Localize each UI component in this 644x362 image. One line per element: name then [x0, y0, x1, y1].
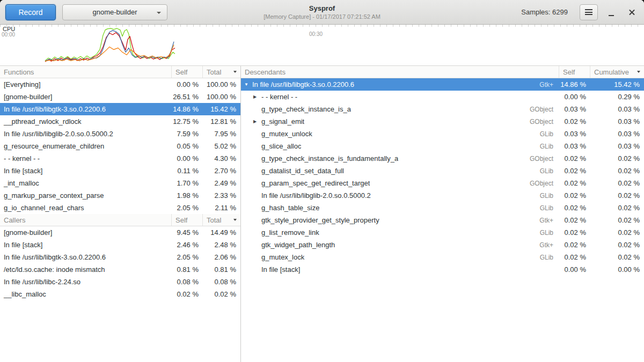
callers-row[interactable]: /etc/ld.so.cache: inode mismatch0.81 %0.…	[0, 263, 240, 276]
library-badge: GLib	[535, 167, 555, 175]
callers-row[interactable]: __libc_malloc0.02 %0.02 %	[0, 288, 240, 300]
library-badge: GLib	[535, 204, 555, 212]
function-name: _int_malloc	[0, 179, 172, 187]
descendants-column-header[interactable]: Descendants	[241, 66, 559, 78]
descendant-name-cell: g_datalist_id_set_data_fullGLib	[241, 167, 559, 175]
descendants-cumulative-column-header[interactable]: Cumulative	[590, 66, 644, 78]
expander-closed-icon[interactable]: ▶	[253, 91, 261, 103]
sort-indicator-icon	[233, 71, 237, 73]
functions-total-label: Total	[207, 68, 221, 76]
callers-row[interactable]: In file /usr/lib/libgtk-3.so.0.2200.62.0…	[0, 251, 240, 263]
expander-open-icon[interactable]: ▼	[244, 78, 252, 91]
functions-row[interactable]: In file [stack]0.11 %2.70 %	[0, 165, 240, 177]
descendants-row[interactable]: In file [stack]0.00 %0.00 %	[241, 263, 644, 276]
function-name: In file /usr/lib/libgtk-3.so.0.2200.6	[252, 80, 354, 88]
function-name: /etc/ld.so.cache: inode mismatch	[0, 265, 172, 274]
record-button[interactable]: Record	[5, 4, 56, 20]
descendants-row[interactable]: g_mutex_lockGLib0.02 %0.02 %	[241, 251, 644, 263]
close-button[interactable]	[625, 5, 639, 20]
functions-row[interactable]: In file /usr/lib/libglib-2.0.so.0.5000.2…	[0, 128, 240, 140]
self-percent: 0.02 %	[559, 117, 590, 125]
function-name: g_io_channel_read_chars	[0, 204, 172, 212]
functions-row[interactable]: [gnome-builder]26.51 %100.00 %	[0, 91, 240, 103]
function-name: In file /usr/lib/libgtk-3.so.0.2200.6	[0, 105, 172, 113]
descendant-name-cell: gtk_style_provider_get_style_propertyGtk…	[241, 216, 559, 224]
self-percent: 1.98 %	[172, 191, 203, 200]
descendants-row[interactable]: g_hash_table_sizeGLib0.02 %0.02 %	[241, 202, 644, 214]
minimize-button[interactable]	[604, 5, 618, 20]
self-percent: 0.02 %	[559, 228, 590, 237]
functions-row[interactable]: - - kernel - -0.00 %4.30 %	[0, 152, 240, 165]
descendants-row[interactable]: ▶- - kernel - -0.00 %0.29 %	[241, 91, 644, 103]
menu-button[interactable]	[580, 4, 598, 20]
callers-total-label: Total	[207, 216, 221, 224]
functions-total-column-header[interactable]: Total	[203, 66, 240, 78]
cumulative-percent: 0.03 %	[590, 142, 644, 150]
descendants-row[interactable]: gtk_style_provider_get_style_propertyGtk…	[241, 214, 644, 226]
function-name: g_markup_parse_context_parse	[0, 191, 172, 200]
descendants-row[interactable]: g_param_spec_get_redirect_targetGObject0…	[241, 177, 644, 189]
sysprof-window: Record gnome-builder Sysprof [Memory Cap…	[0, 0, 644, 362]
descendants-row[interactable]: g_list_remove_linkGLib0.02 %0.02 %	[241, 226, 644, 239]
self-percent: 0.00 %	[559, 93, 590, 101]
expander-closed-icon[interactable]: ▶	[253, 115, 261, 128]
descendants-row[interactable]: g_slice_allocGLib0.03 %0.03 %	[241, 140, 644, 152]
function-name: g_signal_emit	[261, 117, 304, 125]
library-badge: GLib	[535, 143, 555, 150]
descendants-row[interactable]: ▼In file /usr/lib/libgtk-3.so.0.2200.6Gt…	[241, 78, 644, 91]
hamburger-icon	[585, 9, 592, 15]
function-name: In file [stack]	[0, 167, 172, 175]
cumulative-percent: 0.02 %	[590, 167, 644, 175]
self-percent: 0.02 %	[559, 191, 590, 200]
window-title: Sysprof	[264, 4, 380, 13]
descendants-cumulative-label: Cumulative	[594, 68, 629, 76]
descendants-list: ▼In file /usr/lib/libgtk-3.so.0.2200.6Gt…	[241, 78, 644, 276]
callers-total-column-header[interactable]: Total	[203, 214, 240, 226]
functions-row[interactable]: g_resource_enumerate_children0.05 %5.02 …	[0, 140, 240, 152]
functions-row[interactable]: _int_malloc1.70 %2.49 %	[0, 177, 240, 189]
self-percent: 0.08 %	[172, 278, 203, 286]
callers-row[interactable]: In file [stack]2.46 %2.48 %	[0, 239, 240, 251]
descendant-name-cell: ▶- - kernel - -	[241, 91, 559, 103]
descendants-row[interactable]: In file /usr/lib/libglib-2.0.so.0.5000.2…	[241, 189, 644, 202]
descendants-row[interactable]: g_datalist_id_set_data_fullGLib0.02 %0.0…	[241, 165, 644, 177]
cumulative-percent: 0.29 %	[590, 93, 644, 101]
functions-row[interactable]: g_io_channel_read_chars2.05 %2.11 %	[0, 202, 240, 214]
self-percent: 12.75 %	[172, 117, 203, 125]
descendants-row[interactable]: g_type_check_instance_is_aGObject0.03 %0…	[241, 103, 644, 115]
cumulative-percent: 0.02 %	[590, 154, 644, 162]
callers-header: Callers Self Total	[0, 214, 240, 226]
title-box: Sysprof [Memory Capture] - 01/17/2017 07…	[264, 4, 380, 20]
functions-column-header[interactable]: Functions	[0, 66, 172, 78]
functions-row[interactable]: g_markup_parse_context_parse1.98 %2.33 %	[0, 189, 240, 202]
self-percent: 0.11 %	[172, 167, 203, 175]
callers-column-header[interactable]: Callers	[0, 214, 172, 226]
library-badge: Gtk+	[534, 217, 555, 224]
descendant-name-cell: ▶g_signal_emitGObject	[241, 115, 559, 128]
function-name: __libc_malloc	[0, 290, 172, 298]
callers-self-column-header[interactable]: Self	[172, 214, 203, 226]
cumulative-percent: 0.00 %	[590, 265, 644, 274]
cpu-graph[interactable]: CPU 00:00 00:30	[0, 25, 644, 66]
cumulative-percent: 0.02 %	[590, 253, 644, 261]
callers-row[interactable]: In file /usr/lib/libc-2.24.so0.08 %0.08 …	[0, 276, 240, 288]
total-percent: 15.42 %	[203, 105, 240, 113]
descendant-name-cell: g_type_check_instance_is_aGObject	[241, 105, 559, 113]
sort-indicator-icon	[637, 71, 640, 73]
function-name: In file /usr/lib/libc-2.24.so	[0, 278, 172, 286]
functions-row[interactable]: [Everything]0.00 %100.00 %	[0, 78, 240, 91]
functions-row[interactable]: __pthread_rwlock_rdlock12.75 %12.81 %	[0, 115, 240, 128]
library-badge: GObject	[524, 106, 555, 113]
total-percent: 0.81 %	[203, 265, 240, 274]
descendants-row[interactable]: g_mutex_unlockGLib0.03 %0.03 %	[241, 128, 644, 140]
descendants-row[interactable]: gtk_widget_path_lengthGtk+0.02 %0.02 %	[241, 239, 644, 251]
process-selector-dropdown[interactable]: gnome-builder	[62, 4, 167, 20]
total-percent: 4.30 %	[203, 154, 240, 162]
functions-self-column-header[interactable]: Self	[172, 66, 203, 78]
descendants-self-column-header[interactable]: Self	[559, 66, 590, 78]
callers-row[interactable]: [gnome-builder]9.45 %14.49 %	[0, 226, 240, 239]
descendants-row[interactable]: ▶g_signal_emitGObject0.02 %0.03 %	[241, 115, 644, 128]
functions-row[interactable]: In file /usr/lib/libgtk-3.so.0.2200.614.…	[0, 103, 240, 115]
descendants-row[interactable]: g_type_check_instance_is_fundamentally_a…	[241, 152, 644, 165]
self-percent: 2.05 %	[172, 204, 203, 212]
